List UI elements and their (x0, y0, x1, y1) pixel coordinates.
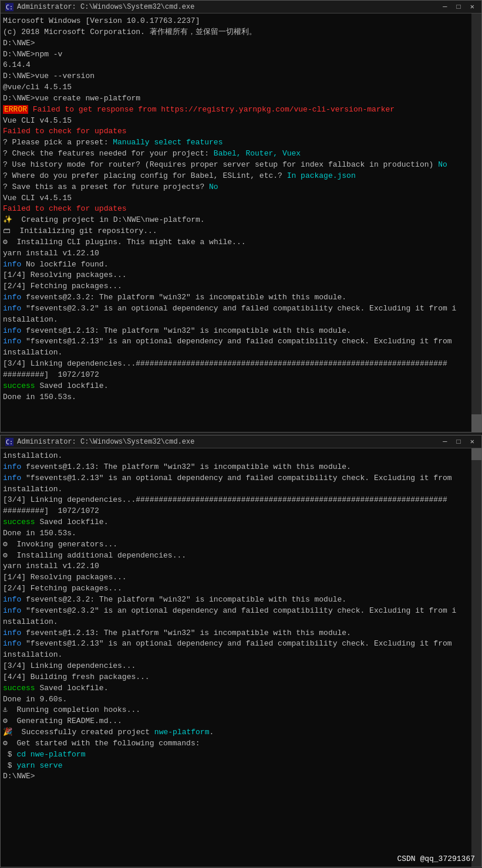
terminal-text: "fsevents@1.2.13" is an optional depende… (21, 337, 451, 346)
terminal-text: info (3, 293, 21, 302)
terminal-text: info (3, 606, 21, 615)
terminal-text: nwe-platform (154, 728, 210, 737)
terminal-line: D:\NWE> (3, 38, 470, 49)
terminal-line: 🎉 Successfully created project nwe-platf… (3, 727, 470, 738)
terminal-line: Vue CLI v4.5.15 (3, 116, 470, 127)
terminal-line: Failed to check for updates (3, 126, 470, 137)
titlebar-left-1: C: Administrator: C:\Windows\System32\cm… (5, 3, 194, 11)
scrollbar-track-1[interactable] (471, 13, 481, 432)
terminal-text: [2/4] Fetching packages... (3, 584, 122, 593)
terminal-text: Done in 150.53s. (3, 529, 76, 538)
cmd-window-1: C: Administrator: C:\Windows\System32\cm… (0, 0, 482, 433)
terminal-line: installation. (3, 451, 470, 462)
terminal-text: No (209, 183, 218, 191)
terminal-text: info (3, 326, 21, 335)
terminal-line: ERROR Failed to get response from https:… (3, 104, 470, 116)
scrollbar-thumb-2[interactable] (471, 448, 481, 460)
terminal-text: @vue/cli 4.5.15 (3, 83, 72, 92)
terminal-line: info fsevents@2.3.2: The platform "win32… (3, 595, 470, 606)
scrollbar-track-2[interactable] (471, 448, 481, 867)
svg-text:C:: C: (6, 439, 13, 445)
terminal-text: success (3, 684, 35, 693)
terminal-text: D:\NWE>vue --version (3, 72, 95, 80)
terminal-text: D:\NWE> (3, 772, 35, 781)
terminal-line: [1/4] Resolving packages... (3, 270, 470, 281)
terminal-text: info (3, 639, 21, 648)
terminal-line: ? Save this as a preset for future proje… (3, 182, 470, 193)
terminal-line: info fsevents@1.2.13: The platform "win3… (3, 326, 470, 337)
maximize-btn-2[interactable]: □ (454, 438, 463, 446)
terminal-line: ? Where do you prefer placing config for… (3, 171, 470, 182)
terminal-text: Saved lockfile. (35, 381, 109, 390)
terminal-text: [3/4] Linking dependencies... (3, 661, 136, 670)
terminal-text: ERROR (3, 105, 28, 114)
minimize-btn-1[interactable]: — (440, 3, 449, 11)
terminal-line: #########] 1072/1072 (3, 370, 470, 381)
terminal-text: installation. (3, 348, 62, 357)
terminal-text: [1/4] Resolving packages... (3, 573, 127, 582)
terminal-line: ? Use history mode for router? (Requires… (3, 160, 470, 171)
terminal-text: Microsoft Windows [Version 10.0.17763.22… (3, 16, 200, 25)
terminal-line: [2/4] Fetching packages... (3, 281, 470, 292)
terminal-text: "fsevents@2.3.2" is an optional dependen… (21, 606, 456, 615)
terminal-text: "fsevents@1.2.13" is an optional depende… (21, 474, 451, 482)
terminal-line: 🗃 Initializing git repository... (3, 226, 470, 237)
titlebar-1: C: Administrator: C:\Windows\System32\cm… (1, 1, 481, 13)
terminal-text: ⚙ Invoking generators... (3, 540, 117, 549)
terminal-text: info (3, 629, 21, 637)
maximize-btn-1[interactable]: □ (454, 3, 463, 11)
terminal-text: In package.json (287, 171, 356, 180)
close-btn-2[interactable]: ✕ (468, 437, 477, 446)
terminal-line: ⚙ Invoking generators... (3, 539, 470, 550)
terminal-text: ⚙ Get started with the following command… (3, 739, 200, 748)
terminal-text: fsevents@2.3.2: The platform "win32" is … (21, 293, 346, 302)
terminal-line: info fsevents@1.2.13: The platform "win3… (3, 462, 470, 473)
terminal-text: "fsevents@2.3.2" is an optional dependen… (21, 304, 456, 313)
minimize-btn-2[interactable]: — (440, 438, 449, 446)
terminal-text: D:\NWE>npm -v (3, 50, 62, 59)
terminal-text: installation. (3, 451, 62, 460)
terminal-text: [1/4] Resolving packages... (3, 271, 127, 279)
terminal-text: ? Where do you prefer placing config for… (3, 171, 287, 180)
terminal-body-1: Microsoft Windows [Version 10.0.17763.22… (1, 13, 471, 406)
terminal-text: ✨ Creating project in D:\NWE\nwe-platfor… (3, 215, 205, 224)
terminal-text: 🗃 Initializing git repository... (3, 227, 157, 235)
scrollbar-thumb-1[interactable] (471, 414, 481, 432)
cmd-icon-2: C: (5, 438, 14, 446)
terminal-text: Vue CLI v4.5.15 (3, 116, 72, 125)
terminal-text: ? Check the features needed for your pro… (3, 149, 214, 158)
terminal-line: Done in 150.53s. (3, 528, 470, 539)
terminal-line: Vue CLI v4.5.15 (3, 193, 470, 204)
svg-text:C:: C: (6, 4, 13, 11)
titlebar-2: C: Administrator: C:\Windows\System32\cm… (1, 435, 481, 448)
terminal-text: Manually select features (113, 138, 223, 147)
window-title-2: Administrator: C:\Windows\System32\cmd.e… (17, 438, 194, 446)
terminal-text: ⚙ Generating README.md... (3, 717, 122, 725)
terminal-text: No (438, 160, 447, 169)
terminal-line: ⚙️ Installing CLI plugins. This might ta… (3, 237, 470, 248)
terminal-text: D:\NWE>vue create nwe-platform (3, 94, 140, 103)
terminal-line: Done in 9.60s. (3, 694, 470, 705)
terminal-line: [3/4] Linking dependencies... (3, 661, 470, 672)
terminal-text: yarn install v1.22.10 (3, 249, 99, 258)
terminal-line: Failed to check for updates (3, 204, 470, 215)
terminal-text: success (3, 518, 35, 526)
terminal-text: ⚙ Installing additional dependencies... (3, 551, 186, 560)
terminal-line: [1/4] Resolving packages... (3, 572, 470, 583)
close-btn-1[interactable]: ✕ (468, 2, 477, 11)
terminal-text: Done in 150.53s. (3, 393, 76, 401)
terminal-line: info "fsevents@1.2.13" is an optional de… (3, 473, 470, 484)
terminal-text: D:\NWE> (3, 39, 35, 48)
terminal-text: info (3, 474, 21, 482)
terminal-text: nstallation. (3, 315, 58, 324)
terminal-line: D:\NWE>vue create nwe-platform (3, 93, 470, 104)
terminal-body-2: installation.info fsevents@1.2.13: The p… (1, 448, 471, 785)
terminal-text: info (3, 595, 21, 604)
terminal-text: ⚓ Running completion hooks... (3, 705, 140, 714)
terminal-line: Microsoft Windows [Version 10.0.17763.22… (3, 16, 470, 27)
terminal-text: #########] 1072/1072 (3, 506, 99, 515)
terminal-text: fsevents@1.2.13: The platform "win32" is… (21, 629, 351, 637)
cmd-icon-1: C: (5, 3, 14, 11)
terminal-text: info (3, 462, 21, 471)
terminal-text: info (3, 337, 21, 346)
